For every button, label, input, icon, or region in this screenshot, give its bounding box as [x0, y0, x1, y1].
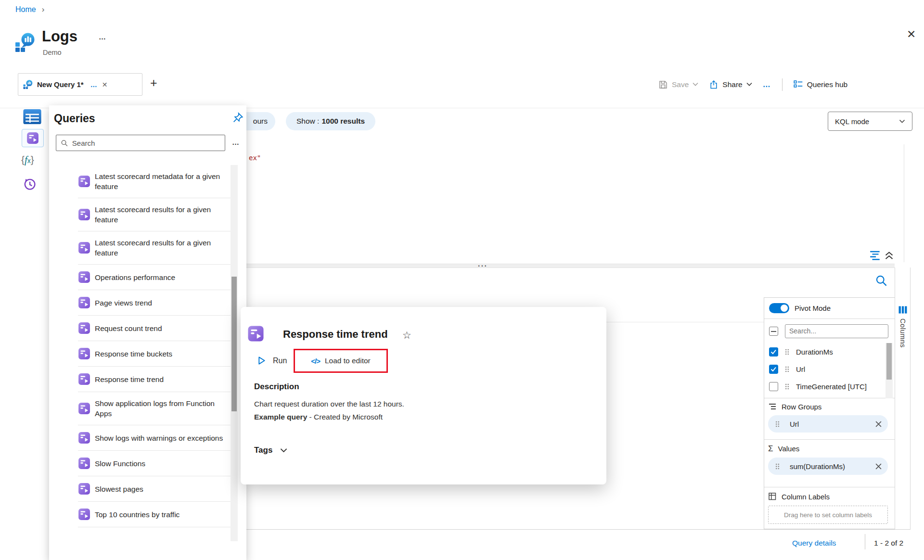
- query-item-label: Request count trend: [95, 323, 162, 333]
- tab-close-icon[interactable]: ✕: [102, 81, 108, 89]
- column-labels-dropzone[interactable]: Drag here to set column labels: [768, 506, 888, 524]
- query-details-link[interactable]: Query details: [792, 539, 836, 547]
- query-list-item[interactable]: Operations performance: [78, 265, 231, 290]
- select-all-checkbox[interactable]: [769, 327, 778, 336]
- tab-label: New Query 1*: [37, 80, 84, 89]
- queries-search-input[interactable]: [72, 139, 220, 147]
- value-pill[interactable]: sum(DurationMs): [768, 458, 888, 475]
- share-button[interactable]: Share: [709, 80, 752, 89]
- save-button[interactable]: Save: [658, 80, 698, 89]
- query-list-item[interactable]: Latest scorecard results for a given fea…: [78, 231, 231, 265]
- format-query-icon[interactable]: [869, 249, 882, 261]
- panel-scrollbar-thumb[interactable]: [886, 343, 892, 380]
- query-list-item[interactable]: Page views trend: [78, 290, 231, 316]
- top-toolbar: Save Share … Queries hub: [658, 73, 847, 96]
- query-list-item[interactable]: Latest scorecard metadata for a given fe…: [78, 165, 231, 198]
- tab-more-button[interactable]: …: [90, 81, 98, 89]
- query-list-item[interactable]: Slowest pages: [78, 476, 231, 502]
- splitter-dots[interactable]: ⋯: [477, 260, 488, 271]
- page-subtitle: Demo: [43, 49, 62, 56]
- query-icon: [78, 208, 90, 221]
- sidebar-item-queries[interactable]: [22, 129, 44, 147]
- query-item-label: Response time trend: [95, 374, 164, 384]
- column-checkbox[interactable]: [769, 365, 778, 374]
- query-list-item[interactable]: Show logs with warnings or exceptions: [78, 425, 231, 451]
- query-list-item[interactable]: Response time trend: [78, 367, 231, 392]
- row-groups-header: Row Groups: [768, 402, 888, 411]
- pin-icon[interactable]: [232, 112, 244, 124]
- query-item-label: Response time buckets: [95, 349, 172, 359]
- sidebar-item-functions[interactable]: {fx}: [21, 154, 34, 166]
- run-button[interactable]: Run: [257, 356, 287, 365]
- time-range-fragment: ours: [253, 117, 268, 126]
- column-labels-icon: [768, 492, 777, 501]
- pivot-column-row[interactable]: TimeGenerated [UTC]: [764, 378, 895, 395]
- popup-query-icon: [247, 325, 264, 342]
- row-groups-label: Row Groups: [782, 403, 821, 411]
- pivot-mode-row: Pivot Mode: [764, 298, 895, 319]
- code-icon: </>: [311, 357, 320, 365]
- query-icon: [78, 347, 90, 360]
- editor-actions: [869, 249, 895, 261]
- queries-hub-label: Queries hub: [807, 80, 847, 89]
- remove-row-group-icon[interactable]: [875, 420, 882, 428]
- breadcrumb-home-link[interactable]: Home: [15, 5, 36, 14]
- tab-columns[interactable]: Columns: [899, 318, 907, 348]
- share-icon: [709, 80, 719, 89]
- column-label: DurationMs: [796, 348, 833, 356]
- page-more-button[interactable]: …: [99, 33, 107, 41]
- favorite-star-icon[interactable]: ☆: [402, 330, 411, 341]
- query-icon: [78, 402, 90, 415]
- remove-value-icon[interactable]: [875, 463, 882, 470]
- pivot-column-row[interactable]: Url: [764, 360, 895, 378]
- column-checkbox[interactable]: [769, 382, 778, 391]
- tab-query-icon: [23, 79, 33, 90]
- pivot-column-row[interactable]: DurationMs: [764, 343, 895, 360]
- column-checkbox[interactable]: [769, 347, 778, 356]
- description-line2: Example query - Created by Microsoft: [254, 413, 383, 421]
- load-to-editor-button[interactable]: </> Load to editor: [294, 349, 388, 373]
- queries-hub-icon: [793, 79, 803, 89]
- query-list-item[interactable]: Show application logs from Function Apps: [78, 392, 231, 425]
- queries-hub-button[interactable]: Queries hub: [793, 79, 847, 89]
- save-label: Save: [672, 80, 689, 89]
- query-item-label: Latest scorecard results for a given fea…: [95, 238, 231, 258]
- sidebar-item-history[interactable]: [23, 177, 37, 191]
- show-results-pill[interactable]: Show : 1000 results: [286, 112, 375, 130]
- description-rest: - Created by Microsoft: [307, 413, 383, 421]
- close-icon[interactable]: ✕: [907, 28, 916, 41]
- pivot-mode-toggle[interactable]: [769, 303, 789, 313]
- splitter-handle[interactable]: [207, 264, 895, 268]
- queries-flyout: Queries … Latest scorecard metadata for …: [49, 105, 246, 560]
- queries-more-button[interactable]: …: [232, 138, 240, 146]
- new-tab-button[interactable]: +: [150, 76, 157, 90]
- tags-chevron-icon: [280, 448, 287, 453]
- save-chevron-icon: [693, 82, 698, 87]
- query-list-item[interactable]: Slow Functions: [78, 451, 231, 476]
- columns-search-input[interactable]: [789, 327, 884, 335]
- pivot-columns-list: DurationMs Url TimeGenerated [UTC]: [764, 343, 895, 395]
- tags-section[interactable]: Tags: [254, 445, 287, 455]
- values-label: Values: [778, 445, 800, 453]
- logs-app-icon: [15, 32, 36, 54]
- editor-code-fragment[interactable]: ex": [249, 154, 261, 162]
- row-group-pill-label: Url: [790, 420, 868, 428]
- row-group-pill[interactable]: Url: [768, 415, 888, 433]
- queries-scrollbar-thumb[interactable]: [231, 277, 237, 411]
- query-list-item[interactable]: Response time buckets: [78, 341, 231, 367]
- sidebar-item-tables[interactable]: [23, 109, 41, 124]
- grid-search-icon[interactable]: [875, 274, 888, 287]
- tab-new-query[interactable]: New Query 1* … ✕: [18, 73, 142, 96]
- query-list-item[interactable]: Top 10 countries by traffic: [78, 502, 231, 527]
- query-list-item[interactable]: Latest scorecard results for a given fea…: [78, 198, 231, 231]
- history-icon: [23, 177, 37, 191]
- side-bar-tab-strip: Columns: [895, 267, 911, 529]
- kql-mode-select[interactable]: KQL mode: [828, 112, 912, 131]
- toolbar-more-button[interactable]: …: [763, 80, 771, 89]
- collapse-editor-icon[interactable]: [884, 249, 895, 261]
- column-labels-label: Column Labels: [782, 493, 830, 501]
- sigma-icon: Σ: [768, 445, 773, 453]
- query-list-item[interactable]: Request count trend: [78, 316, 231, 341]
- show-label: Show :: [296, 117, 319, 126]
- pivot-panel: Pivot Mode DurationMs Url TimeGenerated …: [764, 297, 895, 529]
